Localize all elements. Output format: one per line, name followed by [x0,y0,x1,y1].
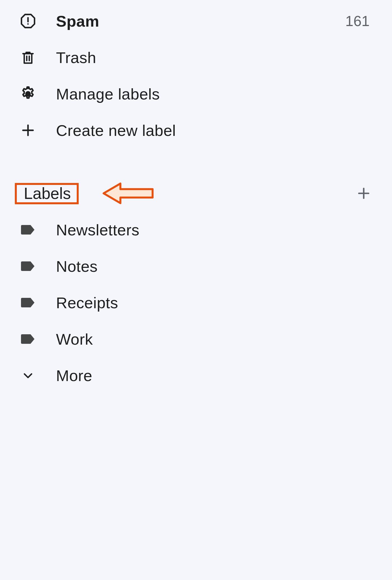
label-item-text: Receipts [56,294,118,312]
chevron-down-icon [0,369,56,382]
label-item-text: Notes [56,257,98,275]
spam-icon [0,13,56,29]
gear-icon [0,86,56,102]
sidebar-item-label: Create new label [56,121,176,140]
label-item-text: More [56,366,92,385]
trash-icon [0,50,56,65]
add-label-button[interactable] [356,186,392,201]
sidebar-item-trash[interactable]: Trash [0,39,392,76]
label-item-text: Newsletters [56,221,139,239]
plus-icon [356,186,371,201]
svg-point-5 [26,92,30,96]
sidebar-item-label: Manage labels [56,85,160,103]
labels-section-title: Labels [18,179,76,208]
label-item-text: Work [56,330,93,348]
label-item-notes[interactable]: Notes [0,248,392,284]
plus-icon [0,123,56,138]
label-item-receipts[interactable]: Receipts [0,284,392,321]
sidebar-item-label: Trash [56,48,96,67]
label-item-newsletters[interactable]: Newsletters [0,212,392,248]
label-tag-icon [0,333,56,345]
label-item-more[interactable]: More [0,357,392,394]
spam-count: 161 [345,13,370,29]
label-tag-icon [0,224,56,236]
sidebar-item-spam[interactable]: Spam 161 [0,3,392,39]
label-tag-icon [0,260,56,272]
sidebar-item-create-label[interactable]: Create new label [0,112,392,149]
sidebar-item-label: Spam [56,12,99,30]
annotation-arrow-icon [102,181,155,206]
labels-section-header: Labels [0,175,392,212]
label-tag-icon [0,297,56,308]
sidebar: Spam 161 Trash [0,0,392,580]
sidebar-item-manage-labels[interactable]: Manage labels [0,76,392,112]
svg-point-2 [27,23,29,25]
label-item-work[interactable]: Work [0,321,392,357]
svg-marker-8 [104,184,153,203]
